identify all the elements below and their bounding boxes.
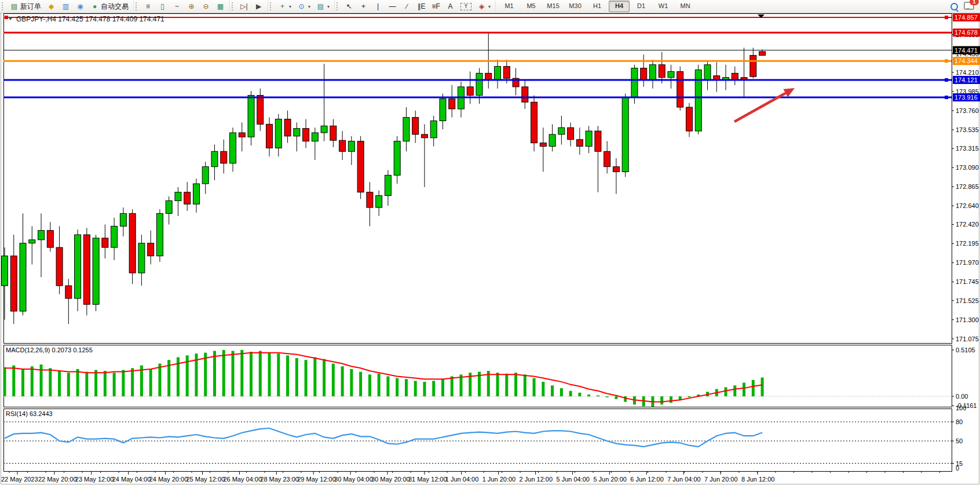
new-order-icon: ▤: [10, 2, 19, 11]
new-chart-button[interactable]: +▾: [275, 1, 294, 13]
horizontal-line-icon: —: [388, 2, 397, 11]
candle-body: [303, 129, 309, 141]
price-label-text: 174.471: [955, 47, 978, 54]
auto-trading-button[interactable]: ●自动交易: [87, 1, 131, 13]
timeframe-d1-button[interactable]: D1: [631, 1, 652, 12]
time-label: 7 Jun 04:00: [667, 476, 701, 483]
profiles-button[interactable]: ▥: [58, 1, 73, 13]
candle-body: [613, 167, 619, 172]
candle-body: [576, 140, 583, 147]
candle-body: [549, 134, 555, 147]
search-icon[interactable]: [950, 3, 958, 10]
zoom-out-button[interactable]: ⊖: [199, 1, 213, 13]
timeframe-w1-button[interactable]: W1: [653, 1, 674, 12]
timeframe-mn-button[interactable]: MN: [675, 1, 696, 12]
new-chart-dropdown-caret[interactable]: ▾: [289, 4, 291, 9]
chart-window[interactable]: 174.655174.430174.210173.985173.760173.5…: [0, 13, 980, 485]
candle-body: [732, 73, 738, 80]
time-label: 30 May 04:00: [334, 476, 373, 483]
shift-end-icon: ▷|: [240, 2, 248, 11]
periods-button[interactable]: ⊙▾: [294, 1, 313, 13]
toolbar-grip: [232, 2, 235, 10]
candle-body: [102, 238, 108, 247]
candle-body: [622, 97, 628, 172]
tile-windows-button[interactable]: ▦: [213, 1, 228, 13]
templates-button[interactable]: ▤▾: [313, 1, 332, 13]
timeframe-m15-button[interactable]: M15: [543, 1, 564, 12]
price-label-174.678: 174.678: [953, 28, 980, 37]
periods-dropdown-caret[interactable]: ▾: [308, 4, 310, 9]
mt4-window: ▤新订单◆▥◉●自动交易≡▯~⊕⊖▦▷|▶+▾⊙▾▤▾↖+|—∕∥E≡FAT◈▾…: [0, 0, 980, 485]
candle-body: [367, 192, 373, 207]
hline-handle[interactable]: [5, 16, 8, 19]
equidistant-channel-button[interactable]: ∥E: [414, 1, 429, 13]
toolbar: ▤新订单◆▥◉●自动交易≡▯~⊕⊖▦▷|▶+▾⊙▾▤▾↖+|—∕∥E≡FAT◈▾…: [0, 0, 980, 13]
vertical-line-button[interactable]: |: [371, 1, 385, 13]
timeframe-m1-button[interactable]: M1: [499, 1, 520, 12]
price-label-text: 174.678: [955, 29, 978, 36]
hline-handle[interactable]: [945, 96, 948, 99]
timeframe-h1-button[interactable]: H1: [587, 1, 608, 12]
time-label: 29 May 12:00: [297, 476, 336, 483]
text-label-button[interactable]: T: [458, 1, 474, 13]
crosshair-button[interactable]: +: [356, 1, 371, 13]
candle-body: [294, 129, 300, 136]
candle-body: [750, 56, 756, 77]
signals-icon: ◉: [76, 2, 85, 11]
hline-handle[interactable]: [945, 59, 948, 63]
text-label-icon: T: [460, 3, 471, 10]
candle-body: [120, 213, 126, 226]
arrows-dropdown-caret[interactable]: ▾: [488, 4, 491, 9]
candle-body: [156, 213, 163, 256]
timeframe-m5-button[interactable]: M5: [521, 1, 542, 12]
timeframe-toolbar: M1M5M15M30H1H4D1W1MN: [495, 1, 696, 12]
price-label-text: 174.344: [955, 57, 978, 64]
templates-dropdown-caret[interactable]: ▾: [327, 4, 330, 9]
hline-handle[interactable]: [945, 78, 948, 82]
rsi-label: RSI(14) 63.2443: [6, 410, 53, 417]
time-label: 22 May 20:00: [38, 476, 77, 483]
candle-body: [503, 67, 510, 79]
candle-body: [704, 65, 711, 80]
signals-button[interactable]: ◉: [73, 1, 87, 13]
hline-handle[interactable]: [945, 16, 948, 19]
zoom-in-button[interactable]: ⊕: [184, 1, 199, 13]
candle-body: [631, 68, 638, 97]
candle-body: [595, 131, 601, 151]
arrows-icon: ◈: [477, 2, 486, 11]
chart-candles-button[interactable]: ▯: [155, 1, 170, 13]
horizontal-line-button[interactable]: —: [385, 1, 400, 13]
candle-body: [211, 151, 218, 166]
cursor-button[interactable]: ↖: [342, 1, 356, 13]
candle-body: [531, 102, 537, 143]
candle-body: [230, 133, 236, 163]
chart-background[interactable]: [0, 13, 980, 485]
time-label: 6 Jun 12:00: [630, 476, 664, 483]
price-label-173.916: 173.916: [953, 93, 980, 101]
templates-icon: ▤: [316, 2, 325, 11]
chart-canvas[interactable]: 174.655174.430174.210173.985173.760173.5…: [0, 13, 980, 485]
zoom-in-icon: ⊕: [187, 2, 196, 11]
notifications-button[interactable]: 1: [964, 2, 974, 12]
timeframe-m30-button[interactable]: M30: [565, 1, 586, 12]
text-button[interactable]: A: [443, 1, 458, 13]
auto-scroll-button[interactable]: ▶: [251, 1, 266, 13]
price-tick-label: 172.420: [956, 221, 979, 228]
toolbar-group: ↖+|—∕∥E≡FAT◈▾: [334, 0, 495, 13]
trendline-button[interactable]: ∕: [400, 1, 414, 13]
chart-line-button[interactable]: ~: [170, 1, 184, 13]
timeframe-h4-button[interactable]: H4: [609, 1, 630, 12]
candle-body: [376, 196, 382, 208]
new-order-button[interactable]: ▤新订单: [7, 1, 44, 13]
chart-bars-button[interactable]: ≡: [141, 1, 155, 13]
candle-body: [430, 121, 437, 137]
time-label: 24 May 20:00: [149, 476, 188, 483]
shift-end-button[interactable]: ▷|: [237, 1, 251, 13]
arrows-button[interactable]: ◈▾: [474, 1, 493, 13]
time-label: 26 May 04:00: [223, 476, 262, 483]
fibonacci-button[interactable]: ≡F: [429, 1, 443, 13]
candle-body: [641, 68, 647, 81]
candle-body: [2, 256, 8, 286]
chart-wizard-button[interactable]: ◆: [44, 1, 58, 13]
auto-scroll-icon: ▶: [254, 2, 263, 11]
